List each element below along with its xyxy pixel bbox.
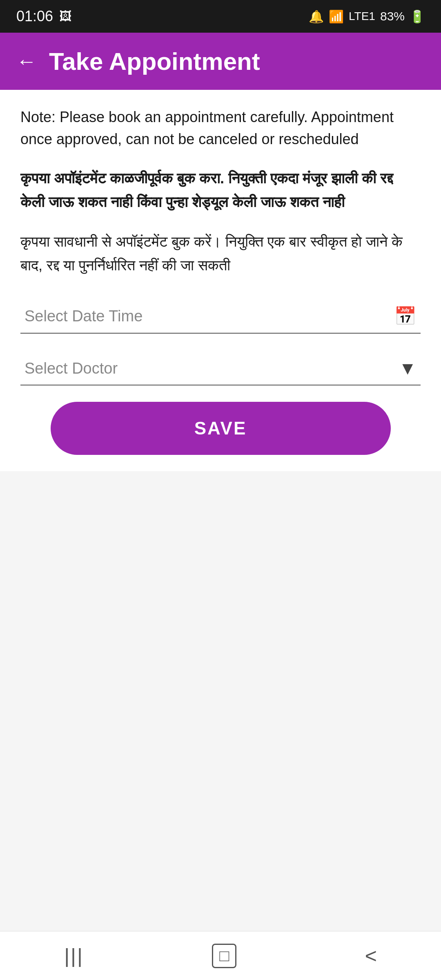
date-time-placeholder: Select Date Time: [24, 307, 143, 325]
save-button[interactable]: SAVE: [51, 402, 391, 455]
back-button[interactable]: ←: [16, 51, 37, 71]
status-time-section: 01:06 🖼: [16, 8, 71, 25]
gallery-icon: 🖼: [59, 9, 71, 23]
app-bar: ← Take Appointment: [0, 33, 441, 90]
wifi-icon: 📶: [329, 9, 344, 24]
status-icons: 🔔 📶 LTE1 83% 🔋: [309, 9, 425, 24]
chevron-down-icon: ▼: [399, 358, 416, 379]
date-time-input-container[interactable]: Select Date Time 📅: [20, 297, 421, 334]
menu-icon[interactable]: |||: [64, 944, 84, 968]
date-time-row: Select Date Time 📅: [20, 297, 421, 333]
signal-label: LTE1: [349, 10, 375, 23]
note-marathi: कृपया अपॉइंटमेंट काळजीपूर्वक बुक करा. नि…: [20, 167, 421, 214]
home-button[interactable]: □: [212, 944, 236, 968]
main-content: Note: Please book an appointment careful…: [0, 90, 441, 471]
doctor-select-container[interactable]: Select Doctor ▼: [20, 350, 421, 385]
doctor-row: Select Doctor ▼: [20, 350, 421, 385]
status-bar: 01:06 🖼 🔔 📶 LTE1 83% 🔋: [0, 0, 441, 33]
battery-label: 83%: [380, 9, 405, 23]
note-hindi: कृपया सावधानी से अपॉइंटमेंट बुक करें। नि…: [20, 230, 421, 277]
doctor-placeholder: Select Doctor: [24, 360, 118, 377]
home-icon: □: [219, 947, 229, 965]
back-nav-icon[interactable]: <: [365, 944, 377, 968]
status-time: 01:06: [16, 8, 53, 25]
notification-icon: 🔔: [309, 9, 324, 24]
note-english: Note: Please book an appointment careful…: [20, 106, 421, 150]
bottom-nav: ||| □ <: [0, 931, 441, 980]
note-section: Note: Please book an appointment careful…: [20, 106, 421, 277]
calendar-icon: 📅: [394, 305, 416, 327]
page-title: Take Appointment: [49, 47, 260, 76]
battery-icon: 🔋: [410, 9, 425, 24]
